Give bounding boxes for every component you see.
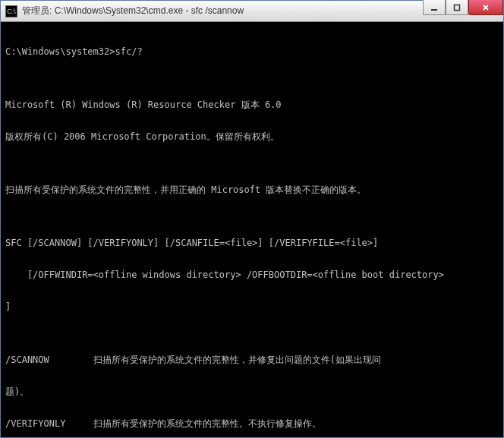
- terminal-line: SFC [/SCANNOW] [/VERIFYONLY] [/SCANFILE=…: [5, 238, 499, 248]
- minimize-button[interactable]: [423, 0, 446, 15]
- terminal-line: [/OFFWINDIR=<offline windows directory> …: [5, 269, 499, 280]
- terminal-line: ]: [5, 301, 499, 312]
- minimize-icon: [430, 4, 438, 11]
- cmd-window: C:\ 管理员: C:\Windows\System32\cmd.exe - s…: [0, 0, 504, 438]
- close-icon: [482, 4, 490, 11]
- terminal-line: /SCANNOW 扫描所有受保护的系统文件的完整性，并修复出问题的文件(如果出现…: [5, 354, 499, 365]
- terminal-line: 题)。: [5, 386, 499, 397]
- terminal-line: Microsoft (R) Windows (R) Resource Check…: [5, 99, 499, 110]
- terminal-line: C:\Windows\system32>sfc/?: [5, 46, 499, 57]
- maximize-icon: [453, 4, 461, 11]
- close-button[interactable]: [468, 0, 503, 15]
- terminal-line: 版权所有(C) 2006 Microsoft Corporation。保留所有权…: [5, 131, 499, 142]
- svg-rect-1: [455, 5, 460, 10]
- maximize-button[interactable]: [446, 0, 468, 15]
- window-controls: [423, 1, 503, 21]
- terminal-output[interactable]: C:\Windows\system32>sfc/? Microsoft (R) …: [1, 22, 503, 437]
- terminal-line: /VERIFYONLY 扫描所有受保护的系统文件的完整性。不执行修复操作。: [5, 418, 499, 429]
- window-title: 管理员: C:\Windows\System32\cmd.exe - sfc /…: [22, 5, 423, 17]
- cmd-icon: C:\: [5, 5, 17, 17]
- titlebar[interactable]: C:\ 管理员: C:\Windows\System32\cmd.exe - s…: [1, 1, 503, 22]
- terminal-line: 扫描所有受保护的系统文件的完整性，并用正确的 Microsoft 版本替换不正确…: [5, 184, 499, 195]
